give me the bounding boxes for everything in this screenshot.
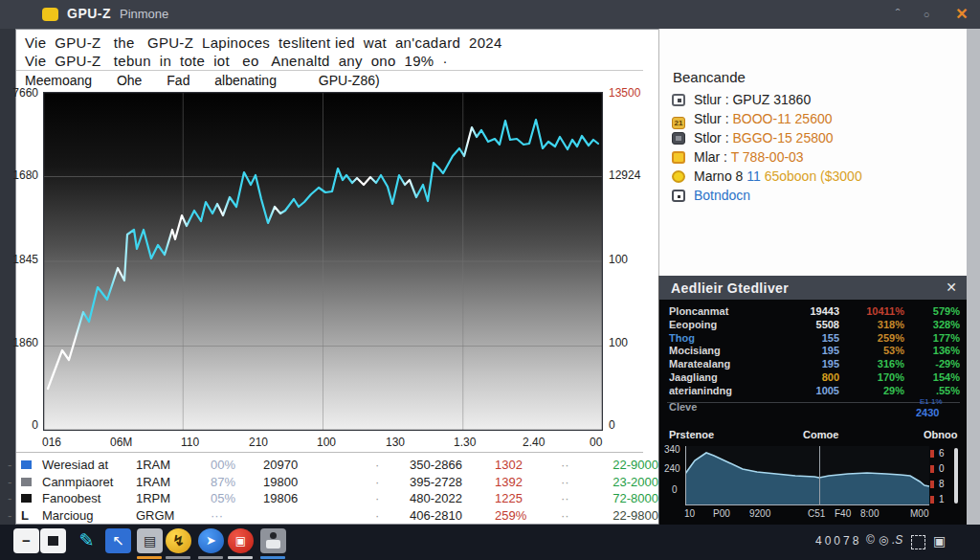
info-row[interactable]: Botndocn (672, 188, 750, 205)
menu-item-2[interactable]: Ohe (117, 73, 142, 88)
monitor-row[interactable]: aterianindng100529%.55% (659, 385, 968, 397)
legend-cell: - (8, 458, 11, 472)
info-text: BGGO-15 25800 (732, 130, 833, 146)
tray-icon-3[interactable]: .S (892, 533, 902, 547)
cleve-small-value: E1 1% (920, 397, 943, 406)
monitor-cell: 154% (901, 371, 960, 383)
monitor-cell: 177% (901, 332, 960, 344)
info-text: Stlur : (694, 111, 732, 126)
sq-dark-icon (672, 132, 685, 145)
monitor-cell: 29% (847, 385, 904, 396)
red-ball-app-icon[interactable]: ▣ (228, 528, 254, 553)
tray-window-icon[interactable]: ▣ (933, 533, 946, 549)
legend-row[interactable]: -Canmpiaoret1RAM87%19800·395-27281392··2… (0, 475, 643, 491)
monitor-cell: 195 (774, 345, 839, 356)
legend-cell: ·· (561, 475, 569, 489)
monitor-cell: 1005 (774, 385, 839, 396)
legend-cell: 1RAM (136, 458, 170, 472)
close-button[interactable]: ✕ (949, 3, 974, 26)
mini-y-tick: 240 (664, 463, 680, 474)
tray-selection-icon[interactable] (911, 535, 925, 549)
y2-axis-tick: 0 (609, 418, 615, 432)
maximize-button[interactable]: ○ (914, 3, 939, 26)
mini-x-tick: M00 (910, 508, 928, 519)
mini-chart-scrollbar[interactable] (954, 448, 958, 504)
circ-yellow-icon (672, 170, 685, 183)
tray-icon-2[interactable]: ◎ (879, 533, 888, 547)
info-row[interactable]: Mlar : T 788-00-03 (672, 149, 804, 167)
info-row[interactable]: 21Stlur : BOOO-11 25600 (672, 111, 833, 128)
legend-row[interactable]: -Fanoobest1RPM05%19806·480-20221225··72-… (0, 491, 643, 507)
sq-yellow-icon (672, 151, 685, 164)
info-text: Marno 8 (694, 168, 746, 184)
x-axis-tick: 100 (317, 436, 336, 449)
monitor-cell: Jaagliang (669, 371, 718, 383)
info-text: Mlar : (694, 149, 731, 165)
app-logo-icon (42, 8, 58, 21)
taskbar-active-indicator (228, 556, 253, 559)
x-axis-tick: 06M (110, 436, 132, 449)
monitor-close-icon[interactable]: ✕ (946, 280, 957, 295)
monitor-row[interactable]: Eeopoing5508318%328% (659, 319, 968, 331)
info-text: 65oboon ($3000 (761, 168, 862, 184)
minimize-tile-icon[interactable]: − (13, 528, 39, 553)
document-app-icon[interactable]: ▤ (137, 528, 163, 553)
cursor-app-icon[interactable]: ↖ (105, 528, 131, 553)
monitor-cell: 800 (774, 371, 839, 383)
minimize-button[interactable]: ˆ (885, 3, 910, 26)
blue-ball-app-icon[interactable]: ➤ (198, 528, 224, 553)
legend-cell: GRGM (136, 508, 174, 523)
legend-row[interactable]: -LMarciougGRGM····406-2810259%··22-9800 (0, 508, 643, 525)
monitor-panel-header[interactable]: Aedlieir Gtedliver ✕ (659, 276, 967, 300)
window-tile-icon[interactable] (40, 528, 66, 553)
y-axis-tick: 0 (4, 418, 38, 432)
taskbar-active-indicator (260, 556, 285, 559)
monitor-row[interactable]: Jaagliang800170%154% (659, 371, 968, 384)
y2-axis-tick: 100 (609, 336, 628, 349)
info-row[interactable]: Stlor : BGGO-15 25800 (672, 130, 834, 147)
sq-dot-icon (672, 190, 685, 202)
info-row[interactable]: Stlur : GPUZ 31860 (672, 92, 811, 109)
mini-area-chart (685, 446, 929, 505)
pen-icon[interactable]: ✎ (74, 528, 100, 553)
tray-clock: 40078 (815, 534, 861, 548)
menu-item-5[interactable]: GPU-Z86) (319, 73, 380, 88)
mini-chart-cursor[interactable] (819, 446, 820, 505)
monitor-row[interactable]: Mocisiang19553%136% (659, 345, 968, 357)
monitor-row[interactable]: Ploncanmat1944310411%579% (659, 305, 968, 318)
y-axis-tick: 1680 (4, 168, 38, 182)
legend-cell: 19800 (263, 475, 298, 489)
mini-x-tick: 8:00 (860, 508, 879, 519)
info-text: T 788-00-03 (731, 149, 804, 165)
info-row[interactable]: Marno 8 11 65oboon ($3000 (672, 168, 862, 186)
legend-cell: 87% (211, 475, 235, 489)
monitor-panel-title: Aedlieir Gtedliver (671, 280, 789, 296)
app-title: GPU-Z (67, 6, 111, 21)
info-panel-title: Beancande (673, 69, 746, 85)
menu-item-4[interactable]: albenating (214, 73, 277, 88)
series-color-chip (21, 478, 32, 486)
monitor-cell: 53% (847, 345, 904, 356)
titlebar: GPU-Z Pinmone ˆ ○ ✕ (0, 0, 980, 29)
legend-cell: - (8, 491, 11, 505)
legend-cell: - (8, 475, 11, 489)
user-app-icon[interactable] (260, 528, 286, 553)
monitor-row[interactable]: Thog155259%177% (659, 332, 968, 345)
legend-cell: 23-2000 (582, 475, 658, 489)
monitor-cell: 316% (847, 358, 904, 370)
legend-cell: - (8, 508, 11, 523)
monitor-cell: 5508 (774, 319, 839, 330)
mini-x-tick: C51 (808, 508, 825, 519)
monitor-row[interactable]: Maratealang195316%-29% (659, 358, 968, 370)
monitor-divider (667, 402, 960, 403)
monitor-cell: aterianindng (669, 385, 732, 396)
legend-cell: ·· (561, 458, 569, 472)
legend-row[interactable]: -Weresiad at1RAM00%20970·350-28661302··2… (0, 458, 643, 474)
x-axis-tick: 016 (42, 436, 61, 449)
yellow-ball-app-icon[interactable]: ↯ (166, 528, 191, 553)
taskbar-active-indicator (166, 556, 190, 559)
tray-icon-1[interactable]: © (866, 533, 875, 547)
legend-separator (16, 452, 643, 453)
menu-item-3[interactable]: Fad (167, 73, 189, 88)
legend-cell: · (375, 508, 379, 523)
